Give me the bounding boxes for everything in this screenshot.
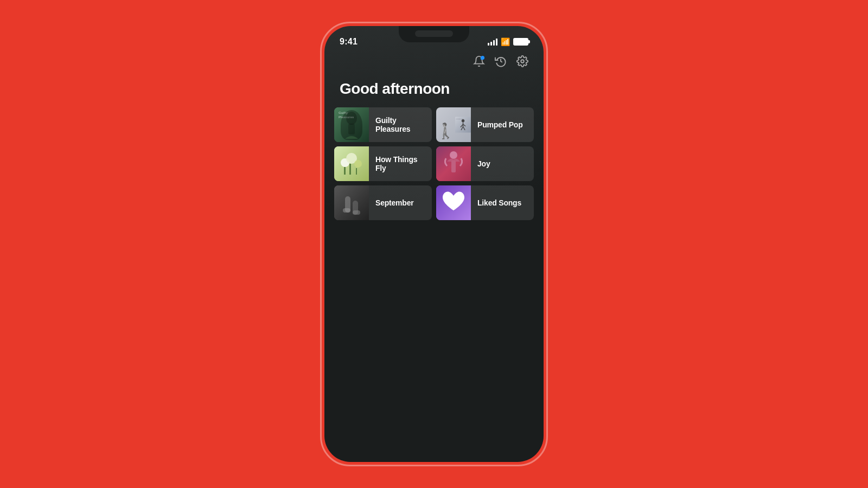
playlist-grid: Guilty Pleasures Guilty Pleasures <box>324 107 544 220</box>
notch <box>399 26 469 42</box>
playlist-label-joy: Joy <box>471 159 534 168</box>
phone-screen: 9:41 📶 <box>324 26 544 462</box>
svg-rect-24 <box>451 160 456 172</box>
svg-rect-28 <box>343 208 350 213</box>
playlist-thumb-september <box>334 185 369 220</box>
notch-pill <box>415 30 453 37</box>
svg-point-0 <box>481 57 484 60</box>
svg-rect-19 <box>349 164 351 175</box>
bell-button[interactable] <box>473 55 485 70</box>
svg-rect-21 <box>356 168 357 175</box>
playlist-item-pumped-pop[interactable]: Pumped Pop Pumped Pop <box>436 107 534 142</box>
svg-point-8 <box>462 119 464 122</box>
svg-text:Pumped Pop: Pumped Pop <box>456 118 464 119</box>
app-icons-bar <box>324 50 544 75</box>
svg-text:Guilty: Guilty <box>339 111 348 114</box>
greeting-text: Good afternoon <box>324 75 544 107</box>
svg-rect-25 <box>334 185 369 220</box>
svg-point-1 <box>521 60 524 63</box>
playlist-label-guilty-pleasures: Guilty Pleasures <box>369 116 432 133</box>
status-time: 9:41 <box>340 37 358 47</box>
svg-point-3 <box>346 112 357 125</box>
playlist-item-joy[interactable]: Joy <box>436 146 534 181</box>
playlist-label-how-things-fly: How Things Fly <box>369 155 432 172</box>
playlist-item-liked-songs[interactable]: Liked Songs <box>436 185 534 220</box>
settings-button[interactable] <box>516 55 528 70</box>
playlist-thumb-pumped-pop: Pumped Pop <box>436 107 471 142</box>
playlist-item-september[interactable]: September <box>334 185 432 220</box>
playlist-thumb-liked-songs <box>436 185 471 220</box>
svg-point-23 <box>450 151 457 159</box>
svg-text:Pleasures: Pleasures <box>339 115 354 119</box>
playlist-item-how-things-fly[interactable]: How Things Fly <box>334 146 432 181</box>
wifi-icon: 📶 <box>501 37 510 46</box>
signal-icon <box>488 38 497 46</box>
playlist-thumb-guilty-pleasures: Guilty Pleasures <box>334 107 369 142</box>
playlist-label-pumped-pop: Pumped Pop <box>471 120 534 129</box>
playlist-thumb-joy <box>436 146 471 181</box>
svg-rect-29 <box>353 210 360 215</box>
playlist-label-september: September <box>369 198 432 207</box>
playlist-label-liked-songs: Liked Songs <box>471 198 534 207</box>
status-icons: 📶 <box>488 37 528 46</box>
svg-rect-20 <box>344 167 346 175</box>
svg-point-18 <box>354 160 362 168</box>
phone-wrapper: 9:41 📶 <box>320 22 548 466</box>
playlist-item-guilty-pleasures[interactable]: Guilty Pleasures Guilty Pleasures <box>334 107 432 142</box>
svg-rect-4 <box>348 124 355 134</box>
playlist-thumb-how-things-fly <box>334 146 369 181</box>
battery-icon <box>513 38 528 46</box>
history-button[interactable] <box>495 55 507 70</box>
